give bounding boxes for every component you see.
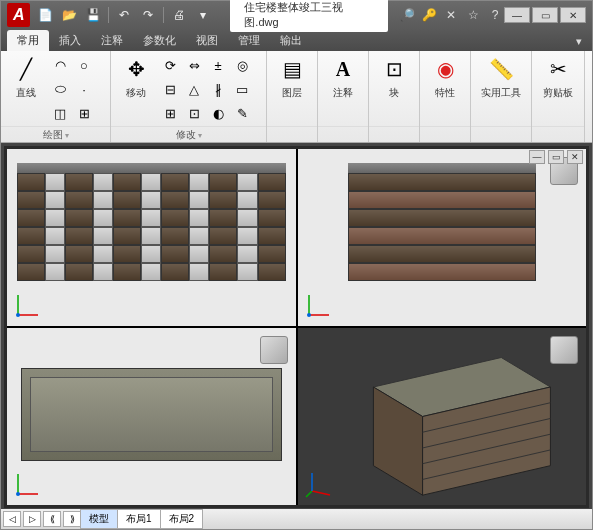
ribbon-tabs: 常用 插入 注释 参数化 视图 管理 输出 ▾ [1,29,592,51]
line-label: 直线 [16,86,36,100]
erase-icon[interactable]: ⊟ [159,78,181,100]
nav-prev-icon[interactable]: ▷ [23,511,41,527]
svg-point-5 [307,313,311,317]
properties-tool[interactable]: ◉ 特性 [426,54,464,100]
ellipse-icon[interactable]: ⬭ [49,78,71,100]
copy-icon[interactable]: ⊡ [183,102,205,124]
line-icon: ╱ [11,54,41,84]
svg-point-8 [16,492,20,496]
building-3d [298,328,587,505]
ribbon: ╱ 直线 ◠ ○ ⬭ · ◫ ⊞ 绘图▾ ✥ 移动 [1,51,592,143]
panel-draw: ╱ 直线 ◠ ○ ⬭ · ◫ ⊞ 绘图▾ [1,51,111,142]
trim-icon[interactable]: ± [207,54,229,76]
tab-parametric[interactable]: 参数化 [133,30,186,51]
ucs-icon [13,290,43,320]
hatch-icon[interactable]: ⊞ [73,102,95,124]
nav-last-icon[interactable]: ⟫ [63,511,81,527]
separator [108,7,109,23]
new-icon[interactable]: 📄 [36,6,54,24]
properties-label: 特性 [435,86,455,100]
panel-utilities: 📏 实用工具 [471,51,532,142]
stretch-icon[interactable]: ▭ [231,78,253,100]
viewport-isometric[interactable] [298,328,587,505]
qat-dropdown-icon[interactable]: ▾ [194,6,212,24]
doc-maximize-button[interactable]: ▭ [548,150,564,164]
annotate-tool[interactable]: A 注释 [324,54,362,100]
undo-icon[interactable]: ↶ [115,6,133,24]
doc-close-button[interactable]: ✕ [567,150,583,164]
app-logo[interactable]: A [7,3,30,27]
text-icon: A [328,54,358,84]
doc-minimize-button[interactable]: — [529,150,545,164]
viewport-side[interactable] [298,149,587,326]
scissors-icon: ✂ [543,54,573,84]
panel-block: ⊡ 块 [369,51,420,142]
separator [163,7,164,23]
document-title: 住宅楼整体竣工三视图.dwg [230,0,388,32]
drawing-area[interactable]: — ▭ ✕ [1,143,592,509]
array-icon[interactable]: ⊞ [159,102,181,124]
layout-tab-model[interactable]: 模型 [80,509,118,529]
utilities-label: 实用工具 [481,86,521,100]
maximize-button[interactable]: ▭ [532,7,558,23]
panel-modify: ✥ 移动 ⟳ ⇔ ± ◎ ⊟ △ ∦ ▭ ⊞ ⊡ ◐ ✎ 修 [111,51,267,142]
offset-icon[interactable]: ∦ [207,78,229,100]
tab-output[interactable]: 输出 [270,30,312,51]
block-tool[interactable]: ⊡ 块 [375,54,413,100]
panel-layers: ▤ 图层 [267,51,318,142]
tab-expand-icon[interactable]: ▾ [566,32,592,51]
exchange-icon[interactable]: ✕ [442,6,460,24]
help-icon[interactable]: ? [486,6,504,24]
mirror-icon[interactable]: ⇔ [183,54,205,76]
viewcube[interactable] [260,336,288,364]
line-tool[interactable]: ╱ 直线 [7,54,45,100]
chevron-down-icon[interactable]: ▾ [65,131,69,140]
measure-icon: 📏 [486,54,516,84]
tab-home[interactable]: 常用 [7,30,49,51]
circle-icon[interactable]: ○ [73,54,95,76]
print-icon[interactable]: 🖨 [170,6,188,24]
explode-icon[interactable]: ✎ [231,102,253,124]
nav-next-icon[interactable]: ⟪ [43,511,61,527]
fillet-icon[interactable]: △ [183,78,205,100]
arc-icon[interactable]: ◠ [49,54,71,76]
favorite-icon[interactable]: ☆ [464,6,482,24]
redo-icon[interactable]: ↷ [139,6,157,24]
save-icon[interactable]: 💾 [84,6,102,24]
layout-tabs-bar: ◁ ▷ ⟪ ⟫ 模型 布局1 布局2 [1,509,592,529]
chevron-down-icon[interactable]: ▾ [198,131,202,140]
move-icon: ✥ [121,54,151,84]
rectangle-icon[interactable]: ◫ [49,102,71,124]
tab-insert[interactable]: 插入 [49,30,91,51]
point-icon[interactable]: · [73,78,95,100]
minimize-button[interactable]: — [504,7,530,23]
move-label: 移动 [126,86,146,100]
document-window-controls: — ▭ ✕ [529,150,583,164]
search-icon[interactable]: 🔎 [398,6,416,24]
layers-tool[interactable]: ▤ 图层 [273,54,311,100]
layout-tab-layout2[interactable]: 布局2 [160,509,204,529]
viewport-top[interactable] [7,328,296,505]
svg-point-2 [16,313,20,317]
annotate-label: 注释 [333,86,353,100]
tab-manage[interactable]: 管理 [228,30,270,51]
key-icon[interactable]: 🔑 [420,6,438,24]
viewport-front[interactable] [7,149,296,326]
close-button[interactable]: ✕ [560,7,586,23]
rotate-icon[interactable]: ⟳ [159,54,181,76]
ucs-icon [13,469,43,499]
layout-tab-layout1[interactable]: 布局1 [117,509,161,529]
utilities-tool[interactable]: 📏 实用工具 [477,54,525,100]
clipboard-tool[interactable]: ✂ 剪贴板 [538,54,578,100]
viewcube[interactable] [550,336,578,364]
open-icon[interactable]: 📂 [60,6,78,24]
panel-modify-title: 修改 [176,128,196,142]
tab-view[interactable]: 视图 [186,30,228,51]
block-label: 块 [389,86,399,100]
break-icon[interactable]: ◐ [207,102,229,124]
move-tool[interactable]: ✥ 移动 [117,54,155,100]
scale-icon[interactable]: ◎ [231,54,253,76]
nav-first-icon[interactable]: ◁ [3,511,21,527]
tab-annotate[interactable]: 注释 [91,30,133,51]
layers-icon: ▤ [277,54,307,84]
